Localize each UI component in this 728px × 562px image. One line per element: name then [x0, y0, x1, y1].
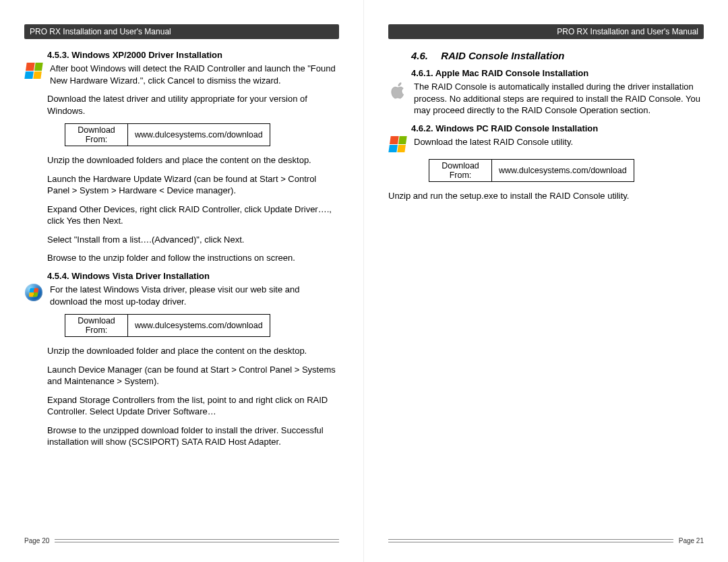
- p-4-5-3-1: After boot Windows will detect the RAID …: [50, 63, 339, 86]
- footer-rule: [388, 539, 673, 542]
- heading-4-6-title: RAID Console Installation: [441, 50, 564, 61]
- p-4-5-3-5: Expand Other Devices, right click RAID C…: [47, 204, 339, 227]
- p-4-6-2-2: Unzip and run the setup.exe to install t…: [388, 190, 704, 202]
- heading-4-6: 4.6. RAID Console Installation: [411, 50, 704, 61]
- dl-label: Download From:: [429, 159, 492, 181]
- p-4-5-4-2: Unzip the downloaded folder and place th…: [47, 345, 339, 357]
- apple-icon: [388, 81, 407, 100]
- page-number-right: Page 21: [679, 537, 704, 544]
- p-4-5-3-7: Browse to the unzip folder and follow th…: [47, 252, 339, 264]
- dl-label: Download From:: [65, 315, 128, 337]
- row-vista-intro: For the latest Windows Vista driver, ple…: [24, 284, 339, 307]
- footer-right: Page 21: [388, 537, 704, 544]
- download-table-vista: Download From: www.dulcesystems.com/down…: [65, 314, 270, 337]
- row-xp-intro: After boot Windows will detect the RAID …: [24, 63, 339, 86]
- p-4-5-3-3: Unzip the downloaded folders and place t…: [47, 154, 339, 166]
- p-4-6-2-1: Download the latest RAID Console utility…: [414, 136, 704, 148]
- page-number-left: Page 20: [24, 537, 49, 544]
- row-win-console: Download the latest RAID Console utility…: [388, 136, 704, 152]
- heading-4-5-3: 4.5.3. Windows XP/2000 Driver Installati…: [47, 50, 339, 60]
- dl-url: www.dulcesystems.com/download: [492, 159, 634, 181]
- windows-vista-icon: [24, 284, 43, 301]
- windows-xp-icon: [24, 63, 43, 79]
- dl-url: www.dulcesystems.com/download: [128, 315, 270, 337]
- p-4-5-3-4: Launch the Hardware Update Wizard (can b…: [47, 173, 339, 197]
- header-bar-left: PRO RX Installation and User's Manual: [24, 24, 339, 39]
- p-4-5-4-5: Browse to the unzipped download folder t…: [47, 425, 339, 448]
- heading-4-5-4: 4.5.4. Windows Vista Driver Installation: [47, 271, 339, 281]
- windows-icon: [388, 136, 407, 152]
- p-4-6-1-1: The RAID Console is automatically instal…: [414, 81, 704, 117]
- p-4-5-4-1: For the latest Windows Vista driver, ple…: [50, 284, 339, 307]
- heading-4-6-1: 4.6.1. Apple Mac RAID Console Installati…: [411, 68, 704, 78]
- dl-url: www.dulcesystems.com/download: [128, 124, 270, 146]
- download-table-xp: Download From: www.dulcesystems.com/down…: [65, 123, 270, 146]
- header-bar-right: PRO RX Installation and User's Manual: [388, 24, 704, 39]
- footer-rule: [55, 539, 339, 542]
- row-mac-intro: The RAID Console is automatically instal…: [388, 81, 704, 117]
- download-table-console: Download From: www.dulcesystems.com/down…: [429, 159, 634, 182]
- heading-4-6-2: 4.6.2. Windows PC RAID Console Installat…: [411, 123, 704, 133]
- p-4-5-4-3: Launch Device Manager (can be found at S…: [47, 364, 339, 387]
- p-4-5-4-4: Expand Storage Controllers from the list…: [47, 394, 339, 418]
- p-4-5-3-6: Select "Install from a list….(Advanced)"…: [47, 234, 339, 246]
- p-4-5-3-2: Download the latest driver and utility a…: [47, 93, 339, 117]
- footer-left: Page 20: [24, 537, 339, 544]
- page-left: PRO RX Installation and User's Manual 4.…: [0, 0, 364, 562]
- heading-4-6-num: 4.6.: [411, 50, 438, 61]
- dl-label: Download From:: [65, 124, 128, 146]
- page-right: PRO RX Installation and User's Manual 4.…: [364, 0, 728, 562]
